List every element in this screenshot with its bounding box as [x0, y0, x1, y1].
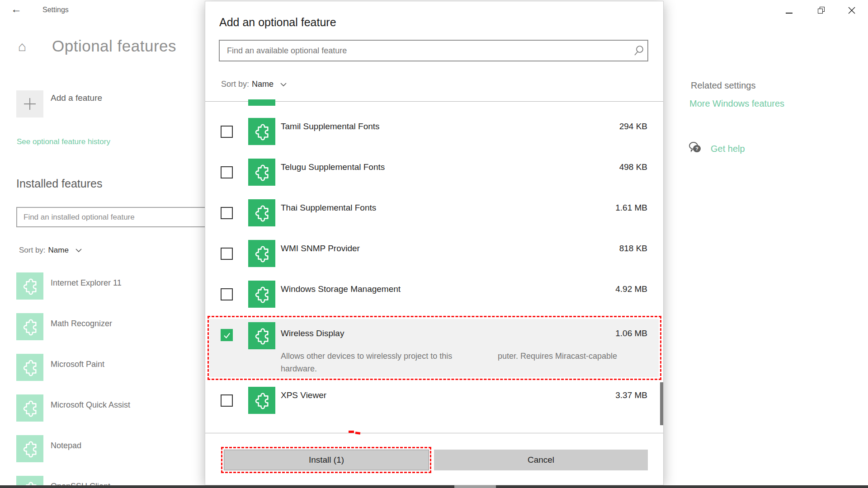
settings-window: ← Settings ⌂ Optional features Add a fea… — [0, 0, 868, 488]
feature-checkbox[interactable] — [221, 166, 233, 178]
taskbar-edge-highlight — [454, 485, 496, 488]
puzzle-icon — [16, 354, 43, 381]
installed-item-label: Notepad — [51, 441, 81, 450]
installed-item-label: Microsoft Quick Assist — [51, 400, 130, 410]
list-scrollbar-thumb[interactable] — [660, 382, 663, 425]
puzzle-icon — [248, 118, 275, 145]
installed-item-label: Math Recognizer — [51, 319, 112, 328]
scrolled-item-icon-fragment — [248, 99, 275, 106]
sort-by-label: Sort by: — [221, 80, 249, 89]
list-bottom-divider — [205, 433, 663, 433]
available-sort-control[interactable]: Sort by:Name — [221, 80, 287, 89]
puzzle-icon — [16, 394, 43, 422]
back-button[interactable]: ← — [11, 3, 22, 15]
more-windows-features-link[interactable]: More Windows features — [689, 99, 784, 109]
feature-row[interactable]: Thai Supplemental Fonts 1.61 MB — [205, 199, 663, 227]
window-title: Settings — [42, 6, 69, 14]
puzzle-icon — [16, 435, 43, 462]
search-icon — [633, 45, 645, 56]
feature-checkbox[interactable] — [221, 126, 233, 138]
feature-size: 3.37 MB — [615, 390, 647, 400]
dialog-title: Add an optional feature — [219, 16, 336, 29]
feature-row[interactable]: Windows Storage Management 4.92 MB — [205, 281, 663, 309]
sort-by-label: Sort by: — [19, 246, 46, 254]
feature-size: 498 KB — [619, 162, 647, 172]
feature-checkbox[interactable] — [221, 394, 233, 407]
sort-value: Name — [252, 80, 274, 89]
taskbar-edge — [0, 485, 868, 488]
annotation-box-wireless-row — [208, 316, 661, 380]
feature-checkbox[interactable] — [221, 248, 233, 260]
feature-name: WMI SNMP Provider — [281, 244, 360, 253]
puzzle-icon — [248, 387, 275, 414]
help-bubbles-icon: ? — [689, 141, 703, 155]
feature-name: Telugu Supplemental Fonts — [281, 162, 385, 172]
close-button[interactable] — [847, 6, 856, 15]
available-feature-search-input[interactable] — [219, 40, 648, 61]
add-feature-button[interactable] — [16, 90, 43, 117]
feature-checkbox[interactable] — [221, 207, 233, 219]
home-icon: ⌂ — [18, 39, 26, 54]
puzzle-icon — [248, 159, 275, 186]
feature-name: XPS Viewer — [281, 390, 326, 400]
puzzle-icon — [248, 240, 275, 267]
related-settings-heading: Related settings — [691, 80, 755, 91]
cancel-button[interactable]: Cancel — [434, 450, 648, 470]
restore-button[interactable] — [816, 6, 826, 16]
annotation-fragment — [349, 431, 354, 433]
feature-row[interactable]: Tamil Supplemental Fonts 294 KB — [205, 118, 663, 146]
feature-size: 1.61 MB — [615, 203, 647, 213]
puzzle-icon — [16, 272, 43, 300]
installed-sort-control[interactable]: Sort by:Name — [19, 246, 82, 255]
feature-size: 294 KB — [619, 122, 647, 131]
feature-row[interactable]: Telugu Supplemental Fonts 498 KB — [205, 159, 663, 187]
feature-row[interactable]: XPS Viewer 3.37 MB — [205, 387, 663, 415]
restore-icon — [818, 9, 823, 14]
add-feature-label: Add a feature — [51, 93, 102, 103]
feature-row[interactable]: WMI SNMP Provider 818 KB — [205, 240, 663, 268]
minimize-button[interactable] — [786, 13, 793, 14]
annotation-box-install-button — [221, 447, 431, 473]
puzzle-icon — [248, 281, 275, 308]
get-help-link[interactable]: Get help — [711, 144, 745, 154]
plus-icon — [24, 98, 36, 110]
feature-name: Thai Supplemental Fonts — [281, 203, 376, 213]
installed-item-label: Microsoft Paint — [51, 360, 104, 369]
puzzle-icon — [16, 313, 43, 340]
page-title: Optional features — [52, 37, 176, 55]
installed-features-heading: Installed features — [16, 177, 102, 190]
add-optional-feature-dialog: Add an optional feature Sort by:Name Tam… — [205, 1, 664, 485]
feature-checkbox[interactable] — [221, 288, 233, 300]
feature-size: 4.92 MB — [615, 284, 647, 294]
annotation-fragment — [355, 432, 361, 434]
optional-feature-history-link[interactable]: See optional feature history — [17, 137, 110, 146]
feature-name: Windows Storage Management — [281, 284, 401, 294]
feature-size: 818 KB — [619, 244, 647, 253]
puzzle-icon — [248, 199, 275, 226]
chevron-down-icon — [280, 83, 287, 87]
chevron-down-icon — [75, 249, 82, 253]
installed-item-label: Internet Explorer 11 — [51, 278, 122, 288]
sort-value: Name — [48, 246, 69, 254]
feature-name: Tamil Supplemental Fonts — [281, 122, 380, 131]
installed-search-input[interactable] — [16, 207, 220, 227]
close-icon — [847, 6, 856, 15]
